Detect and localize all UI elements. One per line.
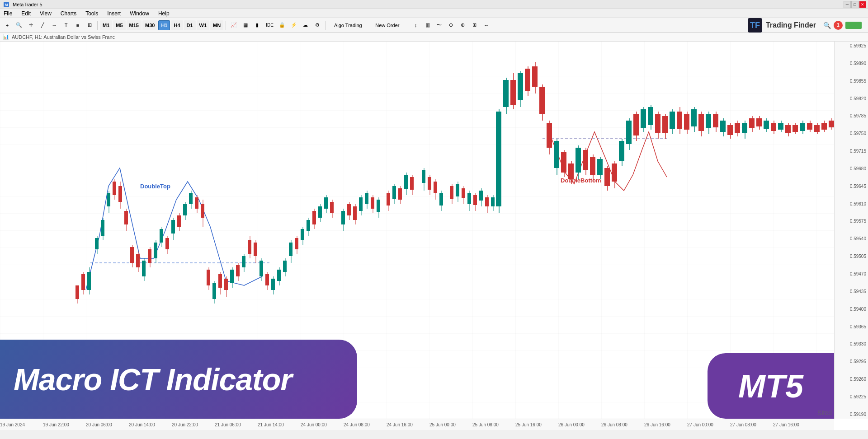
svg-rect-91	[318, 206, 322, 218]
chart-svg[interactable]: DoubleTop DoubleBottom	[0, 42, 834, 419]
trading-finder-logo: TF	[748, 18, 762, 33]
svg-rect-159	[547, 123, 552, 148]
svg-rect-171	[590, 157, 595, 175]
svg-text:TF: TF	[750, 21, 760, 30]
time-label-3: 20 Jun 14:00	[129, 422, 155, 427]
minimize-button[interactable]: ─	[844, 1, 851, 8]
menu-window[interactable]: Window	[128, 10, 151, 17]
price-label-3: 0.59820	[836, 96, 866, 101]
svg-rect-23	[118, 186, 122, 202]
zoom-chart-in[interactable]: ⊕	[458, 20, 468, 31]
svg-rect-227	[793, 125, 798, 132]
svg-rect-43	[177, 215, 181, 227]
lock-button[interactable]: 🔒	[277, 20, 288, 31]
svg-rect-179	[619, 141, 624, 161]
svg-rect-233	[814, 125, 820, 132]
notification-badge[interactable]: 1	[834, 21, 843, 30]
timeframe-m5[interactable]: M5	[113, 20, 125, 30]
menu-edit[interactable]: Edit	[19, 10, 33, 17]
timeframe-h1[interactable]: H1	[158, 20, 170, 30]
svg-rect-175	[604, 168, 610, 186]
toolbar-separator-4	[408, 21, 408, 30]
svg-rect-27	[130, 247, 134, 263]
bar-chart-button[interactable]: ▮	[252, 20, 263, 31]
menu-charts[interactable]: Charts	[59, 10, 78, 17]
algo-trading-button[interactable]: Algo Trading	[328, 20, 368, 31]
alert-button[interactable]: ⚡	[288, 20, 299, 31]
objects-button[interactable]: ⊞	[84, 20, 95, 31]
cloud-button[interactable]: ☁	[300, 20, 311, 31]
line-tool-button[interactable]: ╱	[37, 20, 48, 31]
branding-area: TF Trading Finder 🔍 1	[748, 18, 866, 33]
svg-rect-35	[154, 243, 157, 258]
timeframe-m1[interactable]: M1	[100, 20, 112, 30]
menu-tools[interactable]: Tools	[84, 10, 100, 17]
svg-rect-29	[136, 254, 140, 267]
compare-button[interactable]: 〜	[434, 20, 445, 31]
grid-button[interactable]: ⊞	[469, 20, 480, 31]
candle-chart-button[interactable]: ▦	[240, 20, 251, 31]
timeframe-m30[interactable]: M30	[142, 20, 157, 30]
svg-rect-125	[434, 182, 437, 193]
menu-help[interactable]: Help	[156, 10, 171, 17]
price-label-21: 0.59190	[836, 412, 866, 417]
svg-rect-93	[324, 197, 328, 209]
svg-rect-183	[633, 114, 639, 135]
svg-rect-215	[749, 118, 755, 128]
price-label-5: 0.59750	[836, 131, 866, 136]
arrow-tool-button[interactable]: →	[49, 20, 60, 31]
timeframe-d1[interactable]: D1	[184, 20, 196, 30]
time-label-6: 21 Jun 14:00	[258, 422, 284, 427]
price-label-13: 0.59470	[836, 271, 866, 276]
svg-rect-191	[662, 116, 668, 133]
crosshair-button[interactable]: ✛	[25, 20, 36, 31]
volume-button[interactable]: ▥	[422, 20, 433, 31]
svg-rect-201	[698, 114, 704, 131]
zoom-in-button[interactable]: 🔍	[14, 20, 24, 31]
new-order-button[interactable]: New Order	[369, 20, 406, 31]
svg-rect-13	[87, 272, 91, 290]
ide-button[interactable]: IDE	[264, 20, 276, 31]
watermark-text: Sited	[817, 409, 832, 416]
time-label-1: 19 Jun 22:00	[43, 422, 69, 427]
svg-rect-21	[113, 182, 116, 195]
menu-file[interactable]: File	[2, 10, 14, 17]
timeframe-m15[interactable]: M15	[127, 20, 142, 30]
settings-button[interactable]: ⚙	[312, 20, 323, 31]
svg-rect-207	[720, 121, 726, 132]
depth-button[interactable]: ↕	[410, 20, 421, 31]
new-chart-button[interactable]: +	[2, 20, 13, 31]
svg-rect-15	[95, 238, 99, 249]
timeframe-mn[interactable]: MN	[210, 20, 223, 30]
svg-rect-143	[491, 197, 495, 206]
close-button[interactable]: ✕	[859, 1, 866, 8]
scroll-button[interactable]: ↔	[481, 20, 492, 31]
text-tool-button[interactable]: T	[61, 20, 71, 31]
search-icon[interactable]: 🔍	[823, 22, 831, 29]
svg-rect-185	[641, 109, 646, 128]
svg-rect-221	[771, 123, 776, 131]
symbol-bar: 📊 AUDCHF, H1: Australian Dollar vs Swiss…	[0, 33, 868, 42]
time-label-7: 24 Jun 00:00	[301, 422, 327, 427]
price-label-7: 0.59680	[836, 166, 866, 171]
menu-insert[interactable]: Insert	[105, 10, 123, 17]
time-label-9: 24 Jun 16:00	[387, 422, 413, 427]
time-label-14: 26 Jun 08:00	[601, 422, 627, 427]
svg-rect-17	[101, 220, 104, 236]
line-chart-button[interactable]: 📈	[228, 20, 239, 31]
zoom-reset-button[interactable]: ⊙	[446, 20, 457, 31]
timeframe-h4[interactable]: H4	[171, 20, 183, 30]
svg-rect-103	[359, 197, 363, 211]
svg-rect-161	[554, 141, 559, 168]
timeframe-w1[interactable]: W1	[197, 20, 210, 30]
toolbar-separator-3	[325, 21, 326, 30]
svg-rect-71	[259, 261, 263, 276]
menu-view[interactable]: View	[38, 10, 53, 17]
svg-rect-145	[496, 112, 501, 206]
time-label-13: 26 Jun 00:00	[558, 422, 585, 427]
fib-tool-button[interactable]: ≡	[72, 20, 83, 31]
maximize-button[interactable]: □	[851, 1, 859, 8]
svg-rect-107	[371, 197, 374, 209]
svg-rect-19	[107, 193, 110, 206]
svg-rect-121	[422, 170, 425, 183]
